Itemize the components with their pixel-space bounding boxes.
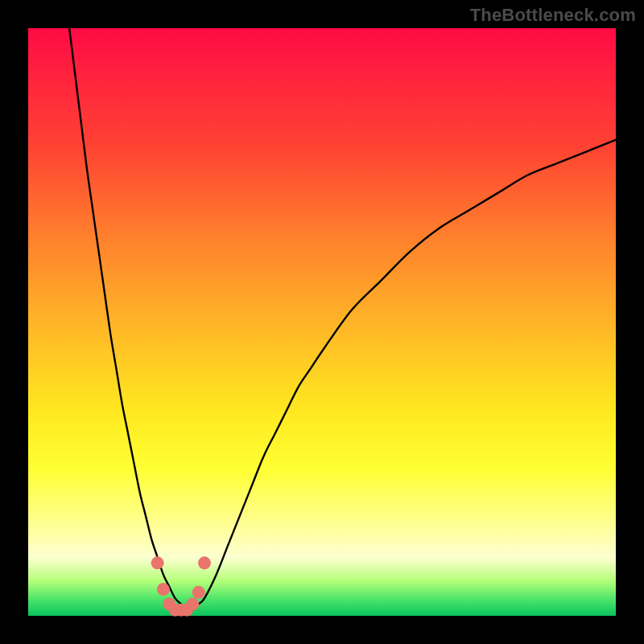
threshold-marker [198,556,211,569]
plot-area [28,28,616,616]
watermark-text: TheBottleneck.com [470,5,636,26]
outer-frame: TheBottleneck.com [0,0,644,644]
bottleneck-curve [69,28,616,611]
threshold-markers [151,556,211,616]
threshold-marker [157,583,170,596]
chart-svg [28,28,616,616]
threshold-marker [186,597,199,610]
threshold-marker [192,586,205,599]
threshold-marker [151,556,164,569]
